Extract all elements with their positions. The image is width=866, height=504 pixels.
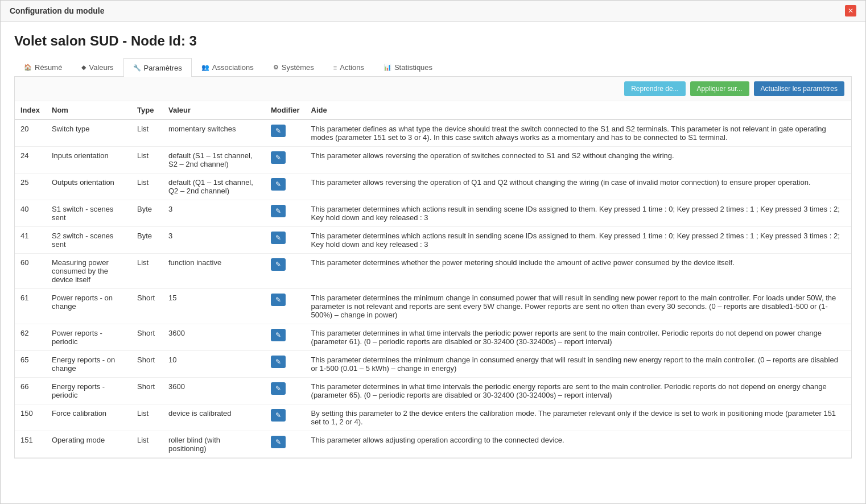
edit-button-4[interactable]: ✎ <box>271 232 286 244</box>
cell-type-7: Short <box>131 324 163 351</box>
cell-nom-8: Energy reports - on change <box>46 351 131 378</box>
table-row: 24Inputs orientationListdefault (S1 – 1s… <box>15 147 851 173</box>
cell-modifier-7: ✎ <box>265 324 306 351</box>
cell-nom-9: Energy reports - periodic <box>46 378 131 404</box>
edit-button-8[interactable]: ✎ <box>271 356 286 368</box>
cell-index-11: 151 <box>15 431 46 458</box>
cell-type-4: Byte <box>131 227 163 254</box>
edit-button-7[interactable]: ✎ <box>271 329 286 341</box>
cell-valeur-5: function inactive <box>163 254 265 289</box>
cell-index-2: 25 <box>15 173 46 200</box>
tab-actions[interactable]: ≡Actions <box>324 58 374 76</box>
table-row: 40S1 switch - scenes sentByte3✎This para… <box>15 200 851 227</box>
cell-aide-6: This parameter determines the minimum ch… <box>306 289 851 324</box>
statistiques-icon: 📊 <box>383 64 391 71</box>
tab-parametres[interactable]: 🔧Paramètres <box>123 58 192 77</box>
close-button[interactable]: ✕ <box>845 5 856 16</box>
systemes-icon: ⚙ <box>273 64 279 71</box>
edit-button-1[interactable]: ✎ <box>271 151 286 164</box>
cell-valeur-0: momentary switches <box>163 119 265 147</box>
cell-index-0: 20 <box>15 119 46 147</box>
table-row: 25Outputs orientationListdefault (Q1 – 1… <box>15 173 851 200</box>
cell-nom-3: S1 switch - scenes sent <box>46 200 131 227</box>
col-header-aide: Aide <box>306 101 851 119</box>
tab-valeurs[interactable]: ◆Valeurs <box>72 58 123 76</box>
edit-button-5[interactable]: ✎ <box>271 258 286 271</box>
edit-button-9[interactable]: ✎ <box>271 382 286 395</box>
modal-body: Volet salon SUD - Node Id: 3 🏠Résumé◆Val… <box>1 22 865 503</box>
cell-valeur-10: device is calibrated <box>163 404 265 431</box>
tab-label-valeurs: Valeurs <box>89 63 113 72</box>
tab-associations[interactable]: 👥Associations <box>192 58 263 76</box>
cell-type-2: List <box>131 173 163 200</box>
tab-systemes[interactable]: ⚙Systèmes <box>263 58 324 76</box>
col-header-type: Type <box>131 101 163 119</box>
tab-label-statistiques: Statistiques <box>394 63 432 72</box>
cell-aide-0: This parameter defines as what type the … <box>306 119 851 147</box>
edit-button-2[interactable]: ✎ <box>271 178 286 191</box>
cell-modifier-3: ✎ <box>265 200 306 227</box>
table-header-row: Index Nom Type Valeur Modifier Aide <box>15 101 851 119</box>
cell-type-6: Short <box>131 289 163 324</box>
cell-nom-6: Power reports - on change <box>46 289 131 324</box>
cell-valeur-4: 3 <box>163 227 265 254</box>
table-row: 61Power reports - on changeShort15✎This … <box>15 289 851 324</box>
cell-nom-4: S2 switch - scenes sent <box>46 227 131 254</box>
table-row: 151Operating modeListroller blind (with … <box>15 431 851 458</box>
cell-modifier-4: ✎ <box>265 227 306 254</box>
cell-valeur-2: default (Q1 – 1st channel, Q2 – 2nd chan… <box>163 173 265 200</box>
cell-index-7: 62 <box>15 324 46 351</box>
cell-type-9: Short <box>131 378 163 404</box>
cell-modifier-10: ✎ <box>265 404 306 431</box>
edit-button-0[interactable]: ✎ <box>271 125 286 137</box>
tab-statistiques[interactable]: 📊Statistiques <box>374 58 442 76</box>
reprendre-button[interactable]: Reprendre de... <box>624 81 685 96</box>
cell-aide-11: This parameter allows adjusting operatio… <box>306 431 851 458</box>
cell-type-11: List <box>131 431 163 458</box>
cell-type-8: Short <box>131 351 163 378</box>
cell-nom-10: Force calibration <box>46 404 131 431</box>
cell-index-8: 65 <box>15 351 46 378</box>
cell-modifier-8: ✎ <box>265 351 306 378</box>
tab-label-resume: Résumé <box>35 63 62 72</box>
cell-nom-2: Outputs orientation <box>46 173 131 200</box>
table-row: 65Energy reports - on changeShort10✎This… <box>15 351 851 378</box>
cell-type-0: List <box>131 119 163 147</box>
parameters-table: Index Nom Type Valeur Modifier Aide 20Sw… <box>15 101 851 458</box>
tab-label-associations: Associations <box>212 63 254 72</box>
cell-modifier-5: ✎ <box>265 254 306 289</box>
edit-button-3[interactable]: ✎ <box>271 205 286 217</box>
cell-modifier-9: ✎ <box>265 378 306 404</box>
cell-aide-3: This parameter determines which actions … <box>306 200 851 227</box>
cell-nom-1: Inputs orientation <box>46 147 131 173</box>
cell-type-1: List <box>131 147 163 173</box>
cell-valeur-7: 3600 <box>163 324 265 351</box>
cell-modifier-0: ✎ <box>265 119 306 147</box>
tab-label-systemes: Systèmes <box>282 63 314 72</box>
table-row: 60Measuring power consumed by the device… <box>15 254 851 289</box>
table-body: 20Switch typeListmomentary switches✎This… <box>15 119 851 458</box>
cell-aide-1: This parameter allows reversing the oper… <box>306 147 851 173</box>
cell-modifier-2: ✎ <box>265 173 306 200</box>
appliquer-button[interactable]: Appliquer sur... <box>690 81 749 96</box>
cell-type-5: List <box>131 254 163 289</box>
cell-valeur-11: roller blind (with positioning) <box>163 431 265 458</box>
valeurs-icon: ◆ <box>81 64 86 71</box>
cell-valeur-3: 3 <box>163 200 265 227</box>
tab-resume[interactable]: 🏠Résumé <box>14 58 72 76</box>
edit-button-6[interactable]: ✎ <box>271 294 286 306</box>
table-row: 41S2 switch - scenes sentByte3✎This para… <box>15 227 851 254</box>
cell-aide-7: This parameter determines in what time i… <box>306 324 851 351</box>
cell-index-4: 41 <box>15 227 46 254</box>
cell-aide-2: This parameter allows reversing the oper… <box>306 173 851 200</box>
edit-button-11[interactable]: ✎ <box>271 436 286 448</box>
cell-aide-10: By setting this parameter to 2 the devic… <box>306 404 851 431</box>
edit-button-10[interactable]: ✎ <box>271 409 286 422</box>
cell-index-6: 61 <box>15 289 46 324</box>
col-header-modifier: Modifier <box>265 101 306 119</box>
cell-index-1: 24 <box>15 147 46 173</box>
cell-index-10: 150 <box>15 404 46 431</box>
cell-index-3: 40 <box>15 200 46 227</box>
cell-aide-5: This parameter determines whether the po… <box>306 254 851 289</box>
actualiser-button[interactable]: Actualiser les paramètres <box>754 81 844 96</box>
